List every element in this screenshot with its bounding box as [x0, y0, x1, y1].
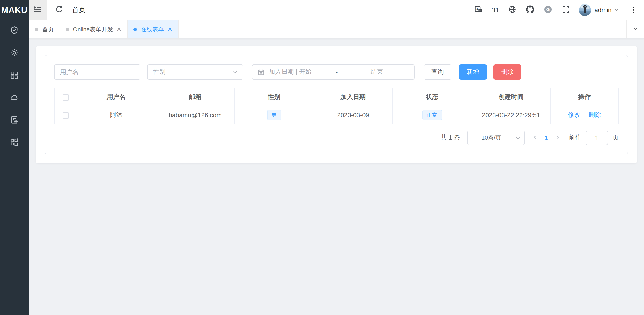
avatar [579, 4, 591, 16]
fullscreen-icon [562, 5, 570, 14]
delete-button[interactable]: 删除 [494, 64, 521, 80]
user-menu[interactable]: admin [579, 4, 619, 16]
goto-label: 前往 [568, 134, 581, 142]
page-unit-label: 页 [612, 134, 619, 142]
next-page-button[interactable] [554, 134, 560, 142]
cell-create-time: 2023-03-22 22:29:51 [472, 106, 550, 124]
date-end-placeholder: 结束 [340, 68, 409, 76]
sidebar-nav [0, 20, 29, 154]
tab-list-dropdown-button[interactable] [626, 20, 644, 38]
translate-button[interactable]: A [474, 5, 482, 14]
form-check-icon [10, 116, 19, 126]
date-range-separator: - [333, 68, 340, 76]
header-status: 状态 [392, 88, 472, 106]
sidebar-item-auth[interactable] [0, 20, 29, 42]
sidebar-item-menu[interactable] [0, 65, 29, 87]
table-card: 性别 加入日期 | 开始 - 结束 [45, 55, 628, 154]
github-icon [526, 5, 534, 14]
cell-email: babamu@126.com [156, 106, 235, 124]
goto-page-input[interactable] [586, 131, 608, 145]
page-number-1[interactable]: 1 [544, 134, 548, 142]
translate-icon: A [474, 5, 482, 14]
add-button[interactable]: 新增 [459, 64, 487, 80]
header-gender: 性别 [235, 88, 314, 106]
gitee-button[interactable]: G [544, 5, 552, 14]
total-count-label: 共 1 条 [440, 134, 460, 142]
status-tag: 正常 [422, 110, 442, 120]
main-column: 首页 A Tt G [29, 0, 644, 315]
prev-page-button[interactable] [532, 134, 538, 142]
header-create-time: 创建时间 [472, 88, 550, 106]
menu-fold-icon [33, 5, 42, 15]
grid-icon [10, 71, 19, 82]
sidebar-item-settings[interactable] [0, 42, 29, 65]
gear-icon [10, 48, 19, 59]
gitee-icon: G [544, 5, 552, 14]
tab-label: 在线表单 [141, 25, 164, 33]
data-table: 用户名 邮箱 性别 加入日期 状态 创建时间 操作 [54, 88, 619, 124]
username-input[interactable] [54, 64, 140, 80]
cloud-icon [10, 93, 19, 104]
content-area: 性别 加入日期 | 开始 - 结束 [29, 39, 644, 315]
row-checkbox[interactable] [62, 112, 69, 118]
tab-home[interactable]: 首页 [29, 20, 60, 38]
font-size-button[interactable]: Tt [492, 6, 498, 14]
join-date-range-picker[interactable]: 加入日期 | 开始 - 结束 [252, 64, 415, 80]
fullscreen-button[interactable] [562, 5, 570, 14]
calendar-icon [258, 69, 264, 76]
search-toolbar: 性别 加入日期 | 开始 - 结束 [54, 64, 619, 80]
sidebar-item-cloud[interactable] [0, 87, 29, 110]
header-email: 邮箱 [156, 88, 235, 106]
chevron-down-icon [515, 135, 521, 141]
sidebar-item-form[interactable] [0, 110, 29, 132]
refresh-icon [55, 5, 64, 15]
page-size-value: 10条/页 [468, 134, 515, 142]
header-actions: 操作 [550, 88, 618, 106]
globe-icon [508, 5, 516, 14]
cell-join-date: 2023-03-09 [314, 106, 392, 124]
select-all-checkbox[interactable] [62, 94, 69, 100]
tab-label: 首页 [42, 25, 54, 33]
chevron-right-icon [554, 134, 560, 142]
page-card: 性别 加入日期 | 开始 - 结束 [36, 46, 637, 163]
tab-dot-icon [66, 28, 69, 31]
chevron-down-icon [632, 26, 639, 33]
pagination: 共 1 条 10条/页 1 [54, 131, 619, 145]
tab-online-form-dev[interactable]: Online表单开发 ✕ [60, 20, 128, 38]
tab-dot-icon [35, 28, 38, 31]
header-select-all-cell [54, 88, 77, 106]
tab-close-icon[interactable]: ✕ [168, 26, 172, 32]
header-join-date: 加入日期 [314, 88, 392, 106]
tab-online-form[interactable]: 在线表单 ✕ [128, 20, 179, 38]
edit-link[interactable]: 修改 [568, 111, 580, 118]
github-button[interactable] [526, 5, 534, 14]
cell-gender: 男 [235, 106, 314, 124]
cell-username: 阿沐 [77, 106, 156, 124]
windows-grid-icon [10, 138, 19, 148]
svg-text:G: G [546, 7, 550, 12]
gender-select[interactable]: 性别 [147, 64, 243, 80]
sidebar: MAKU [0, 0, 29, 315]
refresh-button[interactable] [55, 5, 64, 15]
cell-actions: 修改 删除 [550, 106, 618, 124]
username-label: admin [594, 6, 612, 14]
query-button[interactable]: 查询 [424, 64, 452, 80]
app-logo: MAKU [0, 0, 29, 20]
row-select-cell [54, 106, 77, 124]
tabbar: 首页 Online表单开发 ✕ 在线表单 ✕ [29, 20, 644, 39]
chevron-left-icon [532, 134, 538, 142]
more-menu-button[interactable]: ⋮ [630, 6, 637, 14]
shield-check-icon [10, 26, 19, 37]
sidebar-collapse-button[interactable] [29, 0, 46, 20]
language-button[interactable] [508, 5, 516, 14]
header-username: 用户名 [77, 88, 156, 106]
sidebar-item-apps[interactable] [0, 132, 29, 154]
tab-label: Online表单开发 [73, 25, 113, 33]
table-row: 阿沐 babamu@126.com 男 2023-03-09 正常 2023-0… [54, 106, 618, 124]
gender-select-placeholder: 性别 [153, 68, 232, 76]
page-size-select[interactable]: 10条/页 [467, 131, 525, 145]
delete-link[interactable]: 删除 [588, 111, 601, 118]
gender-tag: 男 [267, 110, 282, 120]
date-start-placeholder: 加入日期 | 开始 [264, 68, 333, 76]
tab-close-icon[interactable]: ✕ [116, 26, 122, 32]
